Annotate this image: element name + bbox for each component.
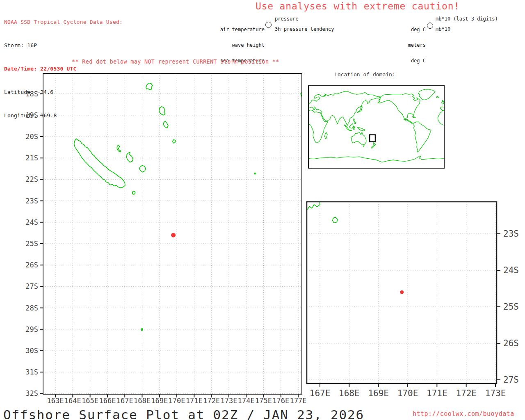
- y-tick-label: 19S: [25, 111, 38, 119]
- coastline-west-africa-edge: [438, 110, 444, 125]
- coastline-erromango: [159, 107, 165, 115]
- x-tick-label: 169E: [368, 388, 389, 398]
- coastline-africa: [308, 110, 328, 143]
- coastline-iceland: [436, 96, 439, 98]
- x-tick-label: 168E: [339, 388, 360, 398]
- coastline-greenland: [419, 89, 435, 100]
- x-tick-label: 172E: [203, 397, 220, 405]
- x-tick-label: 172E: [456, 388, 477, 398]
- coastline-nz-south: [372, 146, 374, 148]
- coastline-sumatra: [344, 125, 348, 129]
- coastline-south-america: [413, 122, 431, 152]
- x-tick-label: 167E: [116, 397, 133, 405]
- y-tick-label: 23S: [503, 229, 519, 239]
- x-tick-label: 166E: [99, 397, 116, 405]
- coastline-uk: [442, 100, 444, 104]
- coastline-ceva-i-ra: [255, 173, 256, 174]
- x-tick-label: 167E: [310, 388, 331, 398]
- coastline-tanna: [163, 121, 168, 128]
- y-tick-label: 29S: [25, 325, 38, 333]
- coastline-sulawesi: [353, 126, 355, 129]
- y-tick-label: 27S: [503, 375, 519, 385]
- x-tick-label: 169E: [151, 397, 168, 405]
- x-tick-label: 171E: [186, 397, 203, 405]
- x-tick-label: 173E: [485, 388, 506, 398]
- y-tick-label: 28S: [25, 304, 38, 312]
- x-tick-label: 168E: [134, 397, 151, 405]
- x-tick-label: 177E: [290, 397, 307, 405]
- y-tick-label: 22S: [25, 175, 38, 183]
- plot-canvas: 163E164E165E166E167E168E169E170E171E172E…: [0, 0, 525, 420]
- coastline-cuba: [413, 116, 415, 118]
- main-map-coastlines: [74, 83, 302, 331]
- y-tick-label: 25S: [503, 302, 519, 312]
- coastline-philippines: [353, 119, 356, 123]
- plot-title: Offshore Surface Plot at 02Z / JAN 23, 2…: [3, 407, 364, 420]
- coastline-java: [348, 130, 352, 131]
- x-tick-label: 173E: [220, 397, 237, 405]
- coastline-borneo: [349, 124, 353, 128]
- y-tick-label: 21S: [25, 154, 38, 162]
- x-tick-label: 165E: [82, 397, 98, 405]
- y-tick-label: 26S: [503, 338, 519, 348]
- coastline-antarctica: [308, 156, 444, 162]
- y-tick-label: 30S: [25, 347, 38, 355]
- y-tick-label: 18S: [25, 90, 38, 98]
- y-tick-label: 23S: [25, 197, 38, 205]
- main-map: 163E164E165E166E167E168E169E170E171E172E…: [25, 73, 306, 405]
- zoom-inset-map-coastlines: [306, 202, 338, 223]
- x-tick-label: 170E: [397, 388, 418, 398]
- offshore-surface-plot-page: NOAA SSD Tropical Cyclone Data Used: Sto…: [0, 0, 525, 420]
- coastline-australia: [351, 132, 366, 145]
- coastline-aneityum: [173, 139, 176, 143]
- coastline-efate: [146, 83, 153, 90]
- y-tick-label: 24S: [25, 218, 38, 226]
- coastline-norfolk-island: [141, 329, 142, 331]
- zoom-inset-map-ticks: [320, 234, 500, 387]
- zoom-inset-map-tick-labels: 167E168E169E170E171E172E173E23S24S25S26S…: [310, 229, 519, 398]
- y-tick-label: 24S: [503, 265, 519, 275]
- y-tick-label: 27S: [25, 282, 38, 290]
- world-inset-map: [308, 86, 444, 168]
- main-map-tick-labels: 163E164E165E166E167E168E169E170E171E172E…: [25, 90, 306, 405]
- coastline-japan: [358, 106, 363, 113]
- coastline-new-guinea: [358, 128, 365, 131]
- y-tick-label: 25S: [25, 240, 38, 248]
- storm-position-dot: [400, 290, 404, 294]
- x-tick-label: 171E: [427, 388, 447, 398]
- x-tick-label: 164E: [64, 397, 81, 405]
- coastline-nc-tip: [306, 202, 320, 210]
- source-url: http://coolwx.com/buoydata: [413, 410, 514, 418]
- y-tick-label: 31S: [25, 368, 38, 376]
- x-tick-label: 170E: [169, 397, 185, 405]
- y-tick-label: 26S: [25, 261, 38, 269]
- coastline-eurasia: [308, 91, 381, 126]
- x-tick-label: 176E: [272, 397, 289, 405]
- storm-position-dot: [171, 233, 176, 237]
- zoom-inset-map: 167E168E169E170E171E172E173E23S24S25S26S…: [306, 202, 519, 398]
- x-tick-label: 175E: [255, 397, 272, 405]
- coastline-ile-des-pins: [333, 217, 338, 223]
- coastline-north-america: [378, 94, 420, 123]
- y-tick-label: 32S: [25, 389, 38, 397]
- coastline-madagascar: [325, 132, 328, 139]
- coastline-ouvea: [117, 145, 121, 152]
- y-tick-label: 20S: [25, 132, 38, 141]
- domain-rectangle: [370, 135, 375, 142]
- coastline-tasmania: [363, 146, 364, 146]
- x-tick-label: 163E: [47, 397, 64, 405]
- main-map-ticks: [40, 94, 298, 397]
- world-coastlines: [308, 89, 444, 162]
- coastline-mare: [139, 166, 146, 172]
- coastline-nz-north: [373, 143, 376, 146]
- coastline-lifou: [126, 152, 133, 162]
- x-tick-label: 174E: [238, 397, 255, 405]
- coastline-ile-des-pins: [132, 191, 135, 194]
